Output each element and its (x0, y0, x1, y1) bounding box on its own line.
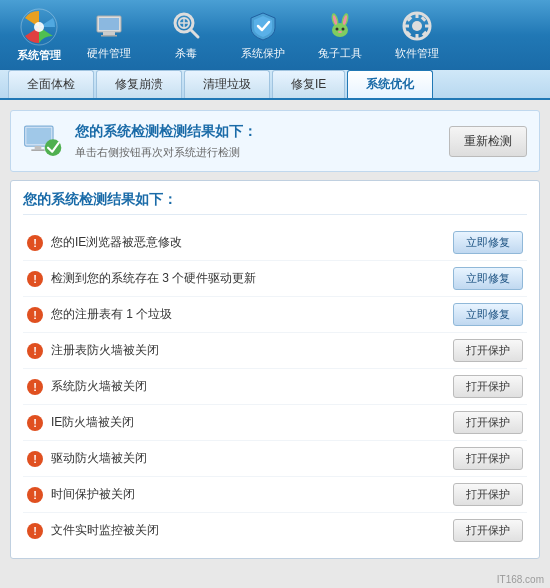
hardware-label: 硬件管理 (87, 46, 131, 61)
logo-icon (20, 8, 58, 46)
svg-rect-23 (404, 24, 409, 27)
rabbit-icon (324, 10, 356, 42)
result-left: !系统防火墙被关闭 (27, 378, 147, 395)
result-text: 您的注册表有 1 个垃圾 (51, 306, 172, 323)
protect-icon (247, 10, 279, 42)
result-item: !注册表防火墙被关闭打开保护 (23, 333, 527, 369)
result-left: !文件实时监控被关闭 (27, 522, 159, 539)
software-icon (401, 10, 433, 42)
result-left: !检测到您的系统存在 3 个硬件驱动更新 (27, 270, 256, 287)
result-item: !检测到您的系统存在 3 个硬件驱动更新立即修复 (23, 261, 527, 297)
nav-software[interactable]: 软件管理 (381, 6, 453, 64)
tab-optimize[interactable]: 系统优化 (347, 70, 433, 98)
fix-button[interactable]: 立即修复 (453, 231, 523, 254)
protect-button[interactable]: 打开保护 (453, 375, 523, 398)
svg-rect-4 (103, 32, 115, 35)
fix-button[interactable]: 立即修复 (453, 267, 523, 290)
summary-title: 您的系统检测检测结果如下： (75, 123, 257, 141)
result-text: 您的IE浏览器被恶意修改 (51, 234, 182, 251)
logo: 系统管理 (10, 6, 68, 64)
warning-icon: ! (27, 451, 43, 467)
hardware-icon (93, 10, 125, 42)
fix-button[interactable]: 立即修复 (453, 303, 523, 326)
footer-text: IT168.com (497, 574, 544, 585)
svg-rect-31 (35, 146, 42, 149)
tab-full-check[interactable]: 全面体检 (8, 70, 94, 98)
protect-button[interactable]: 打开保护 (453, 483, 523, 506)
recheck-button[interactable]: 重新检测 (449, 126, 527, 157)
result-left: !您的IE浏览器被恶意修改 (27, 234, 182, 251)
summary-monitor-icon (23, 121, 63, 161)
result-text: 检测到您的系统存在 3 个硬件驱动更新 (51, 270, 256, 287)
svg-line-7 (191, 30, 198, 37)
result-text: 时间保护被关闭 (51, 486, 135, 503)
result-item: !时间保护被关闭打开保护 (23, 477, 527, 513)
svg-point-16 (336, 27, 339, 30)
result-item: !您的IE浏览器被恶意修改立即修复 (23, 225, 527, 261)
summary-text: 您的系统检测检测结果如下： 单击右侧按钮再次对系统进行检测 (75, 123, 257, 160)
nav-rabbit[interactable]: 兔子工具 (304, 6, 376, 64)
warning-icon: ! (27, 379, 43, 395)
protect-button[interactable]: 打开保护 (453, 411, 523, 434)
result-left: !驱动防火墙被关闭 (27, 450, 147, 467)
rabbit-label: 兔子工具 (318, 46, 362, 61)
protect-button[interactable]: 打开保护 (453, 519, 523, 542)
result-text: IE防火墙被关闭 (51, 414, 134, 431)
tab-repair-ie[interactable]: 修复IE (272, 70, 345, 98)
nav-hardware[interactable]: 硬件管理 (73, 6, 145, 64)
nav-protect[interactable]: 系统保护 (227, 6, 299, 64)
svg-rect-32 (31, 149, 44, 151)
svg-point-20 (412, 21, 422, 31)
result-item: !系统防火墙被关闭打开保护 (23, 369, 527, 405)
svg-rect-22 (416, 34, 419, 39)
logo-text: 系统管理 (17, 48, 61, 63)
svg-point-18 (338, 31, 342, 33)
tab-repair-cleanup[interactable]: 修复崩溃 (96, 70, 182, 98)
result-text: 注册表防火墙被关闭 (51, 342, 159, 359)
result-item: !文件实时监控被关闭打开保护 (23, 513, 527, 548)
svg-rect-3 (99, 18, 119, 30)
warning-icon: ! (27, 523, 43, 539)
result-left: !注册表防火墙被关闭 (27, 342, 159, 359)
summary-subtitle: 单击右侧按钮再次对系统进行检测 (75, 145, 257, 160)
protect-button[interactable]: 打开保护 (453, 447, 523, 470)
result-item: !您的注册表有 1 个垃圾立即修复 (23, 297, 527, 333)
warning-icon: ! (27, 487, 43, 503)
summary-box: 您的系统检测检测结果如下： 单击右侧按钮再次对系统进行检测 重新检测 (10, 110, 540, 172)
nav-kill[interactable]: 杀毒 (150, 6, 222, 64)
result-text: 文件实时监控被关闭 (51, 522, 159, 539)
svg-rect-24 (425, 24, 430, 27)
tab-bar: 全面体检 修复崩溃 清理垃圾 修复IE 系统优化 (0, 70, 550, 100)
svg-rect-21 (416, 13, 419, 18)
warning-icon: ! (27, 343, 43, 359)
warning-icon: ! (27, 235, 43, 251)
svg-rect-5 (101, 35, 117, 37)
result-left: !IE防火墙被关闭 (27, 414, 134, 431)
kill-label: 杀毒 (175, 46, 197, 61)
result-left: !您的注册表有 1 个垃圾 (27, 306, 172, 323)
software-label: 软件管理 (395, 46, 439, 61)
protect-label: 系统保护 (241, 46, 285, 61)
app-header: 系统管理 硬件管理 杀毒 (0, 0, 550, 70)
footer: IT168.com (491, 570, 550, 588)
section-title: 您的系统检测结果如下： (23, 191, 527, 215)
svg-point-17 (342, 27, 345, 30)
summary-left: 您的系统检测检测结果如下： 单击右侧按钮再次对系统进行检测 (23, 121, 257, 161)
result-item: !驱动防火墙被关闭打开保护 (23, 441, 527, 477)
svg-point-1 (34, 22, 44, 32)
result-left: !时间保护被关闭 (27, 486, 135, 503)
tab-clean-trash[interactable]: 清理垃圾 (184, 70, 270, 98)
warning-icon: ! (27, 271, 43, 287)
result-text: 系统防火墙被关闭 (51, 378, 147, 395)
results-list: !您的IE浏览器被恶意修改立即修复!检测到您的系统存在 3 个硬件驱动更新立即修… (23, 225, 527, 548)
kill-icon (170, 10, 202, 42)
warning-icon: ! (27, 307, 43, 323)
main-content: 您的系统检测结果如下： !您的IE浏览器被恶意修改立即修复!检测到您的系统存在 … (10, 180, 540, 559)
warning-icon: ! (27, 415, 43, 431)
result-text: 驱动防火墙被关闭 (51, 450, 147, 467)
result-item: !IE防火墙被关闭打开保护 (23, 405, 527, 441)
protect-button[interactable]: 打开保护 (453, 339, 523, 362)
